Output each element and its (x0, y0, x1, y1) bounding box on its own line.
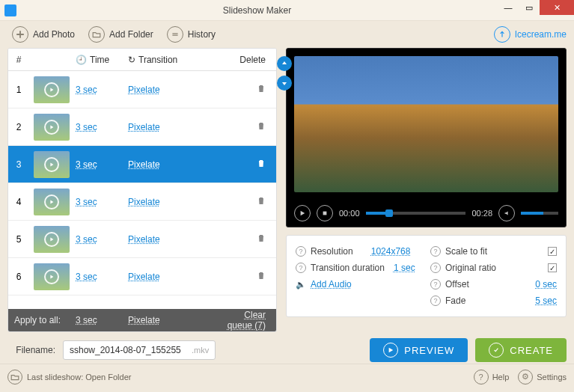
mute-button[interactable] (498, 205, 515, 221)
filename-input[interactable]: sshow_2014-08-07_155255 .mkv (63, 340, 216, 360)
app-icon (4, 4, 16, 16)
clear-queue-link[interactable]: Clear queue (7) (228, 310, 266, 331)
fade-link[interactable]: 5 sec (535, 295, 557, 306)
add-photo-label: Add Photo (33, 29, 75, 40)
orig-checkbox[interactable] (548, 263, 557, 272)
table-row[interactable]: 3 3 sec Pixelate (8, 146, 276, 183)
scale-label: Scale to fit (445, 246, 487, 257)
table-row[interactable]: 4 3 sec Pixelate (8, 183, 276, 221)
play-overlay-icon (44, 120, 59, 135)
delete-button[interactable] (257, 272, 266, 282)
time-link[interactable]: 3 sec (76, 234, 97, 245)
play-button[interactable] (294, 205, 311, 221)
add-audio-link[interactable]: Add Audio (311, 279, 352, 290)
settings-label: Settings (537, 373, 567, 382)
delete-button[interactable] (257, 85, 266, 95)
table-row[interactable]: 5 3 sec Pixelate (8, 221, 276, 258)
help-icon: ? (430, 246, 441, 257)
play-overlay-icon (44, 195, 59, 209)
transition-link[interactable]: Pixelate (128, 122, 160, 132)
move-up-button[interactable] (277, 56, 292, 71)
preview-label: PREVIEW (404, 345, 454, 356)
delete-button[interactable] (257, 197, 266, 207)
slide-thumbnail[interactable] (34, 189, 70, 215)
fade-label: Fade (445, 295, 465, 306)
maximize-button[interactable]: ▭ (519, 0, 540, 15)
close-button[interactable]: ✕ (540, 0, 574, 15)
titlebar: Slideshow Maker — ▭ ✕ (0, 0, 574, 21)
refresh-icon: ↻ (128, 55, 135, 65)
slide-thumbnail[interactable] (34, 76, 70, 103)
table-row[interactable]: 2 3 sec Pixelate (8, 108, 276, 146)
slide-thumbnail[interactable] (34, 151, 70, 178)
help-icon: ? (430, 295, 441, 306)
offset-link[interactable]: 0 sec (535, 279, 557, 290)
speaker-icon: 🔈 (296, 280, 306, 290)
volume-bar[interactable] (521, 212, 558, 215)
table-row[interactable]: 6 3 sec Pixelate (8, 258, 276, 295)
create-button[interactable]: CREATE (475, 338, 567, 362)
clock-icon: 🕘 (76, 55, 87, 65)
transition-link[interactable]: Pixelate (128, 234, 160, 245)
scale-checkbox[interactable] (548, 247, 557, 256)
history-icon (167, 26, 183, 43)
table-row[interactable]: 1 3 sec Pixelate (8, 71, 276, 108)
transition-link[interactable]: Pixelate (128, 85, 160, 95)
minimize-button[interactable]: — (498, 0, 519, 15)
move-down-button[interactable] (277, 76, 292, 91)
svg-rect-0 (323, 212, 327, 215)
add-photo-button[interactable]: Add Photo (7, 23, 79, 46)
offset-label: Offset (445, 279, 469, 290)
resolution-label: Resolution (311, 246, 353, 257)
row-number: 2 (8, 122, 29, 132)
time-link[interactable]: 3 sec (76, 197, 97, 207)
delete-button[interactable] (257, 159, 266, 170)
delete-button[interactable] (257, 234, 266, 245)
help-button[interactable]: ?Help (474, 370, 510, 385)
resolution-link[interactable]: 1024x768 (371, 246, 411, 257)
tdur-link[interactable]: 1 sec (394, 263, 415, 273)
help-icon: ? (296, 263, 306, 273)
slide-thumbnail[interactable] (34, 114, 70, 141)
time-link[interactable]: 3 sec (76, 272, 97, 282)
history-button[interactable]: History (162, 23, 220, 46)
apply-time-link[interactable]: 3 sec (76, 315, 97, 325)
gear-icon: ⚙ (518, 370, 533, 385)
footer: Last slideshow: Open Folder ?Help ⚙Setti… (0, 364, 574, 389)
row-number: 3 (8, 159, 29, 170)
help-label: Help (492, 373, 510, 382)
transition-link[interactable]: Pixelate (128, 197, 160, 207)
time-link[interactable]: 3 sec (76, 159, 97, 170)
folder-icon (88, 26, 105, 43)
slide-thumbnail[interactable] (34, 226, 70, 253)
preview-button[interactable]: PREVIEW (370, 338, 468, 362)
row-number: 1 (8, 85, 29, 95)
transition-link[interactable]: Pixelate (128, 272, 160, 282)
slide-list: # 🕘Time ↻Transition Delete 1 3 sec Pixel… (7, 48, 277, 332)
last-slideshow-link[interactable]: Last slideshow: Open Folder (27, 373, 131, 382)
apply-all-bar: Apply to all: 3 sec Pixelate Clear queue… (8, 309, 276, 331)
filename-label: Filename: (7, 345, 55, 355)
col-transition: Transition (138, 55, 177, 65)
time-link[interactable]: 3 sec (76, 85, 97, 95)
row-number: 5 (8, 234, 29, 245)
settings-button[interactable]: ⚙Settings (518, 370, 567, 385)
transition-link[interactable]: Pixelate (128, 159, 160, 170)
row-number: 6 (8, 272, 29, 282)
col-delete: Delete (218, 55, 276, 65)
brand-link[interactable]: Icecream.me (494, 26, 567, 43)
slide-thumbnail[interactable] (34, 263, 70, 290)
time-link[interactable]: 3 sec (76, 122, 97, 132)
play-overlay-icon (44, 157, 59, 172)
add-folder-button[interactable]: Add Folder (84, 23, 158, 46)
help-icon: ? (430, 263, 441, 273)
player-controls: 00:00 00:28 (287, 200, 566, 227)
stop-button[interactable] (317, 205, 333, 221)
orig-label: Original ratio (445, 263, 496, 273)
delete-button[interactable] (257, 122, 266, 132)
app-title: Slideshow Maker (16, 5, 498, 16)
seek-bar[interactable] (366, 212, 466, 215)
apply-trans-link[interactable]: Pixelate (128, 315, 160, 325)
play-overlay-icon (44, 232, 59, 247)
add-folder-label: Add Folder (109, 29, 153, 40)
